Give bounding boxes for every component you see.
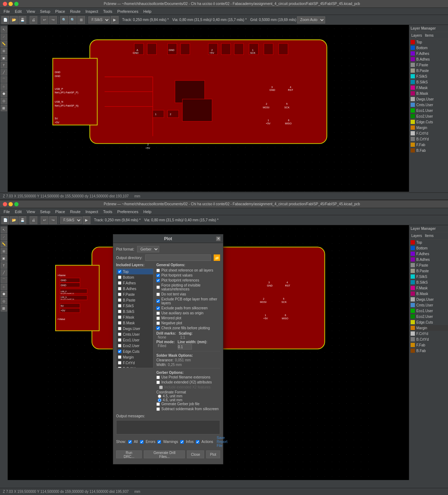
bottom-layer-fadhes[interactable]: F.Adhes (409, 251, 448, 257)
layer-badhes-checkbox[interactable] (118, 287, 121, 290)
bottom-menu-help[interactable]: Help (141, 209, 153, 215)
bottom-tool-via[interactable]: ◎ (1, 298, 7, 304)
bottom-layer-badhes[interactable]: B.Adhes (409, 257, 448, 262)
bottom-menu-inspect[interactable]: Inspect (83, 209, 100, 215)
bottom-menu-view[interactable]: View (25, 209, 37, 215)
force-invisible-checkbox[interactable] (156, 285, 160, 289)
bottom-layer-cmts[interactable]: Cmts.User (409, 302, 448, 308)
bottom-layer-fcrtyd[interactable]: F.CrtYd (409, 331, 448, 336)
toolbar-undo[interactable]: ↩ (41, 16, 48, 24)
include-extended-x2-checkbox[interactable] (159, 386, 163, 389)
bottom-tool-select[interactable]: ↖ (1, 227, 7, 233)
show-actions-checkbox[interactable] (196, 440, 199, 444)
save-report-label[interactable]: Save Report File (217, 436, 228, 448)
line-width-input[interactable] (178, 344, 192, 350)
bottom-toolbar-new[interactable]: 📄 (1, 216, 9, 224)
bottom-layer-fsilks[interactable]: F.SilkS (409, 274, 448, 279)
layer-dwgs-checkbox[interactable] (118, 327, 121, 330)
bottom-tool-circle[interactable]: ○ (1, 284, 7, 290)
plot-values-checkbox[interactable] (156, 274, 160, 277)
bottom-tool-arc[interactable]: ⌒ (1, 277, 7, 283)
bottom-layer-top[interactable]: Top (409, 239, 448, 245)
tool-circle[interactable]: ○ (1, 83, 7, 90)
tool-line[interactable]: ╱ (1, 69, 7, 76)
generate-gerber-checkbox[interactable] (156, 402, 160, 406)
bottom-layer-bpaste[interactable]: B.Paste (409, 268, 448, 274)
bottom-layer-eco2[interactable]: Eco2.User (409, 314, 448, 319)
bottom-menu-preferences[interactable]: Preferences (115, 209, 140, 215)
layer-list-bmask[interactable]: B.Mask (116, 320, 153, 326)
plot-button[interactable]: Plot (206, 450, 220, 458)
do-not-tent-checkbox[interactable] (156, 293, 160, 296)
check-zone-checkbox[interactable] (156, 326, 160, 330)
bottom-menu-tools[interactable]: Tools (101, 209, 114, 215)
layer-bmask-checkbox[interactable] (118, 321, 121, 325)
layer-eco2[interactable]: Eco2.User (409, 113, 448, 119)
layer-fadhes[interactable]: F.Adhes (409, 51, 448, 56)
layer-list-fcrtyd[interactable]: F.CrtYd (116, 360, 153, 366)
include-extended-checkbox[interactable] (156, 381, 160, 384)
bottom-tool-line[interactable]: ╱ (1, 269, 7, 276)
toolbar-zoom-fit[interactable]: ⊞ (77, 16, 85, 24)
toolbar-save[interactable]: 💾 (19, 16, 26, 24)
layer-edge[interactable]: Edge.Cuts (409, 119, 448, 125)
menu-tools[interactable]: Tools (101, 9, 114, 14)
net-selector[interactable]: F.SilkS (88, 16, 110, 24)
layer-list-bottom[interactable]: Bottom (116, 274, 153, 280)
toolbar-zoom-out[interactable]: 🔍 (69, 16, 77, 24)
layer-fmask[interactable]: F.Mask (409, 85, 448, 91)
layer-eco2-checkbox[interactable] (118, 344, 121, 347)
bottom-tool-route[interactable]: ⟋ (1, 234, 7, 240)
layer-badhes[interactable]: B.Adhes (409, 56, 448, 62)
bottom-net-selector[interactable]: F.SilkS (60, 217, 82, 224)
coord-46-radio[interactable] (158, 398, 161, 402)
layer-fadhes-checkbox[interactable] (118, 281, 121, 285)
run-drc-button[interactable]: Run DRC... (116, 450, 142, 458)
layer-bmask[interactable]: B.Mask (409, 91, 448, 96)
layer-top[interactable]: Top (409, 39, 448, 45)
bottom-menu-setup[interactable]: Setup (38, 209, 52, 215)
tool-measure[interactable]: 📏 (1, 41, 7, 47)
bottom-layer-ffab[interactable]: F.Fab (409, 342, 448, 348)
menu-help[interactable]: Help (141, 9, 153, 14)
subtract-soldermask-checkbox[interactable] (156, 407, 160, 411)
tool-grid[interactable]: ⊞ (1, 48, 7, 54)
layer-list-badhes[interactable]: B.Adhes (116, 286, 153, 292)
toolbar-zoom-in[interactable]: 🔍 (60, 16, 68, 24)
layer-bcrtyd-checkbox[interactable] (118, 367, 121, 368)
close-button-dialog[interactable]: Close (187, 450, 204, 458)
bottom-toolbar-redo[interactable]: ↪ (49, 216, 57, 224)
menu-edit[interactable]: Edit (13, 9, 24, 14)
layer-cmts-checkbox[interactable] (118, 332, 121, 336)
layer-cmts[interactable]: Cmts.User (409, 102, 448, 108)
layer-bpaste-checkbox[interactable] (118, 298, 121, 302)
layer-list-dwgs[interactable]: Dwgs.User (116, 326, 153, 331)
layer-bsilks-checkbox[interactable] (118, 310, 121, 313)
bottom-tool-copper[interactable]: ▣ (1, 255, 7, 262)
layer-list-bcrtyd[interactable]: B.CrtYd (116, 366, 153, 368)
plot-format-select[interactable]: Gerber (137, 246, 159, 252)
layer-list-fsilks[interactable]: F.SilkS (116, 303, 153, 309)
coord-45-radio[interactable] (158, 395, 161, 398)
layer-bottom-checkbox[interactable] (118, 275, 121, 279)
tool-arc[interactable]: ⌒ (1, 76, 7, 83)
output-dir-input[interactable] (145, 254, 211, 261)
menu-preferences[interactable]: Preferences (115, 9, 140, 14)
layer-margin[interactable]: Margin (409, 125, 448, 130)
bottom-layer-bfab[interactable]: B.Fab (409, 348, 448, 354)
pcb-canvas-top[interactable]: A GND GND 2 +5V 1 SCK GND GND USB_P Net-… (8, 25, 409, 192)
toolbar-print[interactable]: 🖨 (30, 16, 37, 24)
layer-top-checkbox[interactable] (118, 270, 121, 273)
bottom-tool-grid[interactable]: ⊞ (1, 248, 7, 254)
layer-bfab[interactable]: B.Fab (409, 148, 448, 153)
minimize-button[interactable] (9, 2, 13, 6)
mirrored-checkbox[interactable] (156, 316, 160, 320)
menu-view[interactable]: View (25, 9, 37, 14)
layer-bsilks[interactable]: B.SilkS (409, 79, 448, 85)
generate-drill-button[interactable]: Generate Drill Files... (144, 450, 185, 458)
layer-list-cmts[interactable]: Cmts.User (116, 331, 153, 337)
zoom-selector[interactable]: Zoom Auto (297, 16, 325, 24)
layer-list-top[interactable]: Top (116, 269, 153, 274)
tool-zone[interactable]: ▦ (1, 105, 7, 111)
layer-bottom[interactable]: Bottom (409, 45, 448, 51)
